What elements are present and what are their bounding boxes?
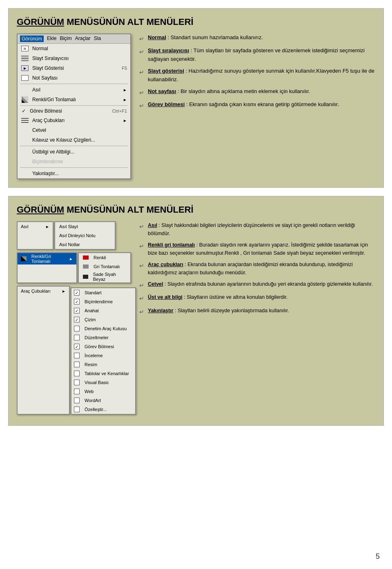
- menu-item-asil[interactable]: Asıl ►: [18, 85, 130, 95]
- arac-resim[interactable]: Resim: [71, 360, 135, 369]
- bullet-icon-2: ↵: [139, 47, 146, 56]
- sep4: [20, 167, 128, 168]
- menu-item-bicimlendirme-label: Biçimlendirme: [32, 159, 127, 164]
- menu-item-normal[interactable]: N Normal: [18, 44, 130, 53]
- asil-sub-notlar[interactable]: Asıl Notlar: [55, 240, 115, 249]
- gorev2-check-icon: [74, 344, 80, 349]
- bicimlendirme-icon: [21, 158, 29, 165]
- arac-cizim[interactable]: Çizim: [71, 315, 135, 324]
- menu-item-kilavuz[interactable]: Kılavuz ve Kılavuz Çizgileri...: [18, 135, 130, 145]
- arac-duzeltmeler[interactable]: Düzeltmeler: [71, 333, 135, 342]
- arac-bicimlendirme[interactable]: Biçimlendirme: [71, 297, 135, 306]
- yakin-icon: [21, 170, 29, 177]
- top-title-rest: MENÜSÜNÜN ALT MENÜLERİ: [67, 17, 193, 27]
- bottom-content: Asıl ► Asıl Slayt Asıl Dinleyici Notu As…: [17, 221, 375, 417]
- menu-bar-araclar[interactable]: Araçlar: [75, 36, 91, 42]
- menu-item-renk-label: Renkli/Gri Tonlamalı: [32, 97, 120, 102]
- menu-item-arac[interactable]: Araç Çubukları ►: [18, 116, 130, 125]
- menu-item-gorev-shortcut: Ctrl+F1: [112, 109, 127, 113]
- menu-item-gosterisi[interactable]: ▶ Slayt Gösterisi F5: [18, 63, 130, 73]
- anahat-label: Anahat: [85, 308, 99, 313]
- menu-item-siralayici-label: Slayt Sıralayıcısı: [32, 56, 127, 61]
- menu-item-yakin-label: Yakınlaştır...: [32, 171, 127, 176]
- tablolar-check-icon: [74, 371, 80, 376]
- menu-bar-gorunum[interactable]: Görünüm: [20, 36, 44, 42]
- asil-notlar-label: Asıl Notlar: [59, 242, 80, 247]
- asil-dinleyici-label: Asıl Dinleyici Notu: [59, 233, 96, 238]
- renk-submenu-container: Renkli/Gri Tonlamalı ► Renkli Gri Tonlam…: [17, 252, 131, 283]
- denetim-label: Denetim Araç Kutusu: [85, 326, 127, 331]
- asil-main-item[interactable]: Asıl ►: [18, 222, 53, 231]
- cetvel-desc-term: Cetvel: [148, 281, 163, 287]
- menu-item-renk[interactable]: Renkli/Gri Tonlamalı ►: [18, 95, 130, 104]
- arac-tablolar[interactable]: Tablolar ve Kenarlıklar: [71, 369, 135, 378]
- asil-main-box: Asıl ►: [17, 221, 53, 250]
- bicimlendirme-sub-label: Biçimlendirme: [85, 299, 113, 304]
- arac-web[interactable]: Web: [71, 387, 135, 396]
- renk-icon: [21, 96, 29, 103]
- b-bullet-2: ↵: [139, 242, 146, 251]
- bdesc-cetvel: ↵ Cetvel : Slaydın etrafında bulunan aya…: [139, 280, 375, 290]
- arac-main-item[interactable]: Araç Çubukları ►: [18, 287, 69, 296]
- renk-sub-sade[interactable]: Sade Siyah Beyaz: [79, 271, 130, 282]
- renk-main-item[interactable]: Renkli/Gri Tonlamalı ►: [18, 253, 76, 264]
- arac-desc-term: Araç çubukları: [148, 262, 183, 267]
- menu-bar-bicim[interactable]: Biçim: [60, 36, 71, 42]
- bottom-title-underline: GÖRÜNÜM: [17, 204, 64, 215]
- menu-bar-sla[interactable]: Sla: [94, 36, 101, 42]
- bdesc-renk: ↵ Renkli gri tonlamalı : Buradan slaydın…: [139, 241, 375, 257]
- wordart-label: WordArt: [85, 398, 101, 403]
- sep3: [20, 146, 128, 146]
- menu-item-cetvel[interactable]: Cetvel: [18, 125, 130, 135]
- top-title-underline: GÖRÜNÜM: [17, 17, 64, 27]
- menu-item-bicimlendirme[interactable]: Biçimlendirme: [18, 157, 130, 167]
- menu-bar-ekle[interactable]: Ekle: [47, 36, 56, 42]
- menu-item-yakin[interactable]: Yakınlaştır...: [18, 169, 130, 178]
- renk-sub-gri[interactable]: Gri Tonlamalı: [79, 262, 130, 271]
- bottom-section: GÖRÜNÜM MENÜSÜNÜN ALT MENÜLERİ Asıl ► As…: [8, 196, 384, 426]
- menu-item-ustbilgi[interactable]: Üstbilgi ve Altbilgi...: [18, 147, 130, 157]
- normal-term: Normal: [148, 34, 166, 40]
- not-icon: [21, 74, 29, 82]
- arac-anahat[interactable]: Anahat: [71, 306, 135, 315]
- arac-ozellestir[interactable]: Özelleştir...: [71, 405, 135, 414]
- arac-standart[interactable]: Standart: [71, 288, 135, 297]
- siralayici-term: Slayt sıralayıcısı: [148, 47, 189, 53]
- renk-main-label: Renkli/Gri Tonlamalı: [31, 254, 66, 264]
- bdesc-renk-text: Renkli gri tonlamalı : Buradan slaydın r…: [148, 241, 375, 257]
- b-bullet-4: ↵: [139, 281, 146, 290]
- resim-label: Resim: [85, 362, 97, 367]
- ozellestir-check-icon: [74, 407, 80, 412]
- asil-sub-dinleyici[interactable]: Asıl Dinleyici Notu: [55, 231, 115, 240]
- menu-item-siralayici[interactable]: Slayt Sıralayıcısı: [18, 53, 130, 63]
- bdesc-ust: ↵ Üst ve alt bilgi : Slaytların üstüne v…: [139, 293, 375, 303]
- b-bullet-1: ↵: [139, 222, 146, 231]
- renk-icon-small: [21, 256, 27, 261]
- desc-gosterisi-text: Slayt gösterisi : Hazırladığımız sunuyu …: [148, 67, 375, 84]
- asil-main-label: Asıl: [21, 224, 28, 229]
- arac-denetim[interactable]: Denetim Araç Kutusu: [71, 324, 135, 333]
- gorev2-label: Görev Bölmesi: [85, 344, 114, 349]
- asil-sub-asil-slayt[interactable]: Asıl Slayt: [55, 222, 115, 231]
- arac-visual[interactable]: Visual Basic: [71, 378, 135, 387]
- bdesc-asil-text: Asıl : Slayt hakkındaki bilgileri izleyi…: [148, 221, 375, 238]
- arac-inceleme[interactable]: İnceleme: [71, 351, 135, 360]
- top-right-content: ↵ Normal : Standart sunum hazırlamada ku…: [139, 33, 375, 179]
- menu-item-not[interactable]: Not Sayfası: [18, 73, 130, 83]
- arac-gorev[interactable]: Görev Bölmesi: [71, 342, 135, 351]
- bottom-title: GÖRÜNÜM MENÜSÜNÜN ALT MENÜLERİ: [17, 204, 375, 215]
- bdesc-yakin-text: Yakınlaştır : Slaytları belirli düzeyde …: [148, 307, 289, 315]
- duzeltmeler-label: Düzeltmeler: [85, 335, 109, 340]
- menu-item-ustbilgi-label: Üstbilgi ve Altbilgi...: [32, 149, 127, 155]
- arac-main-box: Araç Çubukları ►: [17, 286, 70, 415]
- menu-item-gorev[interactable]: ✓ Görev Bölmesi Ctrl+F1: [18, 107, 130, 116]
- arac-main-arrow: ►: [62, 289, 66, 293]
- menu-item-gosterisi-label: Slayt Gösterisi: [32, 65, 118, 71]
- desc-normal-text: Normal : Standart sunum hazırlamada kull…: [148, 33, 263, 42]
- menu-item-cetvel-label: Cetvel: [32, 127, 127, 133]
- page-number: 5: [376, 552, 380, 561]
- visual-label: Visual Basic: [85, 380, 109, 385]
- gri-icon: [83, 264, 89, 269]
- renk-sub-renkli[interactable]: Renkli: [79, 253, 130, 262]
- arac-wordart[interactable]: WordArt: [71, 396, 135, 405]
